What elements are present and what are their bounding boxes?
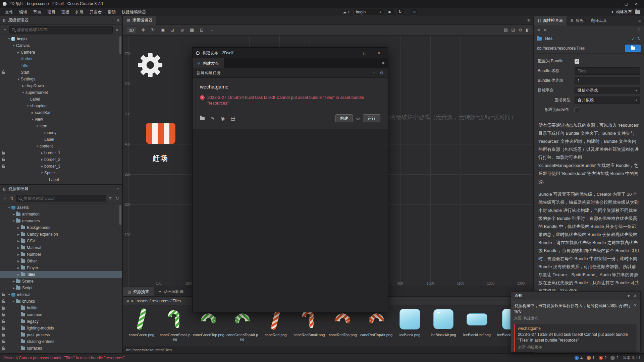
- gear-sprite[interactable]: [136, 51, 165, 80]
- hierarchy-node[interactable]: Label: [0, 96, 122, 103]
- build-publish-button[interactable]: ✈ 构建发布: [611, 9, 632, 15]
- nav-back-icon[interactable]: ◀: [537, 28, 540, 32]
- close-icon[interactable]: ✕: [634, 294, 637, 298]
- add-node-icon[interactable]: +: [3, 27, 7, 32]
- asset-tree-node[interactable]: Tiles: [0, 271, 122, 278]
- shop-awning-sprite[interactable]: [146, 123, 175, 144]
- tab-animation-editor[interactable]: ✦ 动画编辑器: [154, 287, 188, 296]
- menu-item[interactable]: 扩展: [72, 8, 87, 16]
- hierarchy-node[interactable]: border_3: [0, 163, 122, 170]
- nav-forward-icon[interactable]: ▶: [544, 28, 547, 32]
- asset-tree-node[interactable]: builtin: [0, 305, 122, 311]
- gizmo-tool-button[interactable]: ▦: [187, 26, 196, 34]
- remote-bundle-checkbox[interactable]: [575, 108, 579, 112]
- breadcrumb[interactable]: assets / resources / Tiles: [137, 299, 181, 303]
- tree-arrow-icon[interactable]: [21, 91, 25, 94]
- reset-icon[interactable]: ↻: [637, 36, 641, 41]
- hierarchy-node[interactable]: Camera: [0, 49, 122, 56]
- tree-arrow-icon[interactable]: [11, 213, 16, 216]
- info-indicator[interactable]: i 4: [575, 356, 583, 360]
- notification-indicator[interactable]: 2: [610, 356, 619, 360]
- tree-arrow-icon[interactable]: [11, 220, 16, 223]
- tree-arrow-icon[interactable]: [40, 152, 44, 155]
- tree-arrow-icon[interactable]: [16, 233, 21, 236]
- menu-item[interactable]: 帮助: [105, 8, 119, 16]
- build-settings-icon[interactable]: ⚙: [380, 70, 384, 75]
- apply-check-icon[interactable]: ✓: [631, 36, 635, 41]
- asset-thumbnail-item[interactable]: caneRedSmall.png: [292, 307, 326, 346]
- asset-tree-node[interactable]: chunks: [0, 298, 122, 305]
- log-icon[interactable]: ▤: [231, 116, 235, 121]
- asset-thumbnail-item[interactable]: caneRedTopAlt.png: [360, 307, 393, 346]
- tree-arrow-icon[interactable]: [25, 105, 30, 108]
- asset-tree-node[interactable]: Scene: [0, 278, 122, 285]
- close-icon[interactable]: ✕: [634, 303, 637, 308]
- menu-item[interactable]: 编辑: [16, 8, 30, 16]
- reload-button[interactable]: ↻: [396, 9, 404, 15]
- asset-tree-node[interactable]: Backgrounds: [0, 224, 122, 231]
- hierarchy-node[interactable]: Start: [0, 69, 122, 76]
- asset-tree-node[interactable]: CSV: [0, 238, 122, 244]
- tree-arrow-icon[interactable]: [16, 266, 21, 269]
- hierarchy-node[interactable]: content: [0, 143, 122, 149]
- gizmo-tool-button[interactable]: ↻: [149, 26, 157, 34]
- open-folder-icon[interactable]: [200, 117, 205, 120]
- asset-tree-node[interactable]: shading-entries: [0, 338, 122, 345]
- tree-arrow-icon[interactable]: [40, 165, 44, 168]
- tree-arrow-icon[interactable]: [40, 172, 44, 175]
- play-button[interactable]: ▶: [386, 9, 394, 15]
- tab-services[interactable]: ⊞ 服务: [567, 16, 587, 25]
- scene-view-option-icon[interactable]: ◧: [526, 27, 530, 33]
- tree-arrow-icon[interactable]: [11, 300, 16, 303]
- asset-tree-node[interactable]: lighting-models: [0, 325, 122, 331]
- list-view-icon[interactable]: ≡: [108, 196, 113, 201]
- menu-item[interactable]: 开发者: [87, 8, 105, 16]
- tab-inspector[interactable]: ◧ 属性检查器: [534, 16, 567, 25]
- tree-arrow-icon[interactable]: [16, 273, 21, 276]
- preview-eye-icon[interactable]: ◉: [221, 116, 225, 121]
- run-button[interactable]: 运行: [363, 114, 380, 122]
- tree-arrow-icon[interactable]: [7, 206, 11, 209]
- hierarchy-node[interactable]: view: [0, 116, 122, 123]
- asset-tree-node[interactable]: Material: [0, 244, 122, 251]
- scene-view-option-icon[interactable]: ▤: [504, 27, 508, 33]
- gizmo-tool-button[interactable]: ▣: [158, 26, 167, 34]
- panel-menu-icon[interactable]: ≡: [117, 18, 119, 23]
- menu-item[interactable]: 面板: [58, 8, 72, 16]
- new-build-task-button[interactable]: 新建构建任务: [197, 70, 221, 76]
- hierarchy-node[interactable]: Canvas: [0, 42, 122, 49]
- hierarchy-node[interactable]: Title: [0, 62, 122, 69]
- hierarchy-node[interactable]: Author: [0, 56, 122, 62]
- compression-select[interactable]: 合并依赖 ▾: [575, 97, 640, 104]
- tree-arrow-icon[interactable]: [7, 293, 11, 296]
- tree-arrow-icon[interactable]: [16, 260, 21, 263]
- gizmo-tool-button[interactable]: ⋯: [207, 26, 216, 34]
- asset-tree-node[interactable]: Player: [0, 264, 122, 271]
- hierarchy-node[interactable]: border_2: [0, 156, 122, 163]
- tab-asset-preview[interactable]: ▤ 资源预览: [123, 287, 154, 296]
- asset-tree-node[interactable]: resources: [0, 218, 122, 224]
- hierarchy-node[interactable]: Sprite: [0, 170, 122, 176]
- back-icon[interactable]: ◀: [126, 299, 129, 303]
- tab-scene-editor[interactable]: ▦ 场景编辑器: [123, 16, 156, 25]
- tree-arrow-icon[interactable]: [11, 280, 16, 283]
- asset-tree-node[interactable]: post-process: [0, 331, 122, 338]
- collapse-icon[interactable]: ▾: [628, 294, 630, 298]
- hierarchy-node[interactable]: dropDown: [0, 82, 122, 89]
- hierarchy-search-input[interactable]: [16, 27, 110, 32]
- hierarchy-node[interactable]: money: [0, 129, 122, 136]
- edit-icon[interactable]: ✎: [211, 116, 215, 121]
- asset-tree-node[interactable]: assets: [0, 204, 122, 211]
- tree-arrow-icon[interactable]: [35, 125, 40, 128]
- project-folder-icon[interactable]: [635, 10, 640, 14]
- asset-thumbnail-item[interactable]: caneGreen.png: [125, 307, 158, 346]
- asset-thumbnail-item[interactable]: caneGreenSmall.png: [158, 307, 192, 346]
- gizmo-tool-button[interactable]: ⊕: [178, 26, 186, 34]
- maximize-button[interactable]: ▢: [621, 0, 631, 8]
- asset-tree-node[interactable]: Script: [0, 285, 122, 291]
- 2d-mode-button[interactable]: 2D: [126, 26, 137, 34]
- asset-thumbnail-item[interactable]: caneGreenTopAlt.png: [225, 307, 259, 346]
- link-icon[interactable]: ∞: [356, 116, 360, 121]
- hierarchy-node[interactable]: Label: [0, 136, 122, 143]
- close-button[interactable]: ✕: [631, 0, 641, 8]
